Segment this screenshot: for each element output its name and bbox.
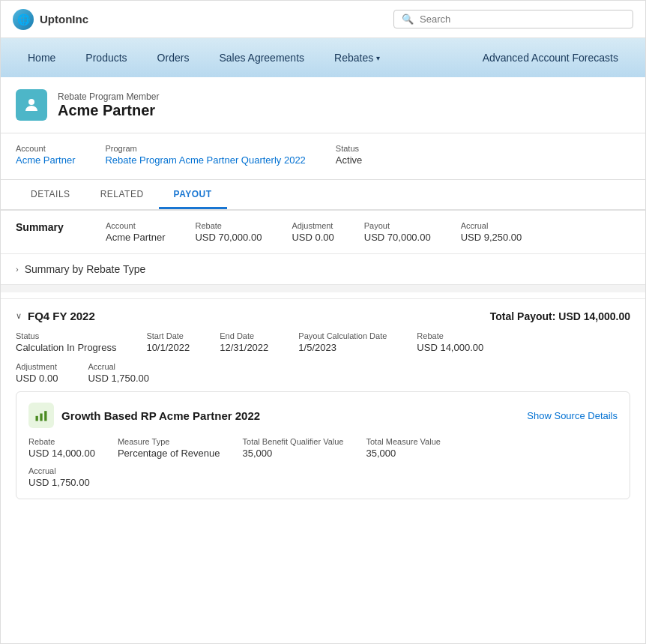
summary-label: Summary [16, 221, 76, 233]
top-bar: 🌐 UptonInc 🔍 [1, 1, 645, 38]
accrual-col-header: Accrual [461, 221, 522, 230]
tab-payout[interactable]: PAYOUT [159, 180, 227, 209]
period-adjustment-label: Adjustment [16, 362, 58, 371]
rebate-col-value: USD 70,000.00 [195, 232, 262, 243]
summary-by-rebate-chevron: › [16, 265, 19, 274]
adjustment-col-header: Adjustment [292, 221, 333, 230]
growth-card-title-row: Growth Based RP Acme Partner 2022 [28, 403, 260, 428]
account-summary-col: Account Acme Partner [106, 221, 165, 243]
summary-row: Summary Account Acme Partner Rebate USD … [16, 221, 630, 243]
growth-total-benefit-label: Total Benefit Qualifier Value [243, 437, 344, 446]
payout-col-value: USD 70,000.00 [364, 232, 431, 243]
logo: 🌐 UptonInc [13, 9, 88, 30]
period-accrual-value: USD 1,750.00 [88, 373, 149, 384]
period-end-date-value: 12/31/2022 [220, 342, 268, 353]
period-status-field: Status Calculation In Progress [16, 331, 116, 353]
accrual-col-value: USD 9,250.00 [461, 232, 522, 243]
growth-total-measure-field: Total Measure Value 35,000 [366, 437, 440, 459]
period-total-payout: Total Payout: USD 14,000.00 [490, 310, 630, 322]
growth-rebate-label: Rebate [28, 437, 95, 446]
growth-measure-type-label: Measure Type [118, 437, 220, 446]
period-accrual-label: Accrual [88, 362, 149, 371]
search-icon: 🔍 [402, 13, 414, 25]
account-field: Account Acme Partner [16, 144, 75, 166]
period-status-value: Calculation In Progress [16, 342, 116, 353]
app-name: UptonInc [40, 13, 88, 25]
growth-card-header: Growth Based RP Acme Partner 2022 Show S… [28, 403, 618, 428]
summary-by-rebate-label: Summary by Rebate Type [25, 263, 146, 275]
period-payout-calc-value: 1/5/2023 [298, 342, 387, 353]
summary-by-rebate-type[interactable]: › Summary by Rebate Type [1, 254, 645, 285]
info-row: Account Acme Partner Program Rebate Prog… [1, 133, 645, 180]
rebate-summary-col: Rebate USD 70,000.00 [195, 221, 262, 243]
period-start-date-value: 10/1/2022 [146, 342, 190, 353]
period-payout-calc-field: Payout Calculation Date 1/5/2023 [298, 331, 387, 353]
growth-accrual-row: Accrual USD 1,750.00 [28, 466, 618, 488]
status-field: Status Active [336, 144, 362, 166]
chevron-down-icon: ▾ [376, 54, 380, 62]
period-chevron[interactable]: ∨ [16, 311, 22, 321]
tab-details[interactable]: DETAILS [16, 180, 85, 209]
tabs-row: DETAILS RELATED PAYOUT [1, 180, 645, 211]
growth-total-benefit-value: 35,000 [243, 448, 344, 459]
spacer [1, 285, 645, 292]
growth-rebate-field: Rebate USD 14,000.00 [28, 437, 95, 459]
search-bar[interactable]: 🔍 [393, 10, 633, 28]
svg-rect-1 [36, 416, 38, 421]
summary-section: Summary Account Acme Partner Rebate USD … [1, 211, 645, 254]
period-header: ∨ FQ4 FY 2022 Total Payout: USD 14,000.0… [16, 310, 630, 322]
account-col-header: Account [106, 221, 165, 230]
status-label: Status [336, 144, 362, 153]
status-value: Active [336, 154, 362, 166]
record-icon [16, 89, 47, 121]
growth-accrual-field: Accrual USD 1,750.00 [28, 466, 618, 488]
nav-rebates[interactable]: Rebates ▾ [319, 38, 395, 77]
tab-related[interactable]: RELATED [85, 180, 159, 209]
nav-sales-agreements[interactable]: Sales Agreements [204, 38, 319, 77]
period-title-row: ∨ FQ4 FY 2022 [16, 310, 95, 322]
svg-rect-2 [40, 414, 42, 421]
account-label: Account [16, 144, 75, 153]
growth-measure-type-value: Percentage of Revenue [118, 448, 220, 459]
period-status-label: Status [16, 331, 116, 340]
nav-bar: Home Products Orders Sales Agreements Re… [1, 38, 645, 77]
period-end-date-label: End Date [220, 331, 268, 340]
growth-total-measure-value: 35,000 [366, 448, 440, 459]
period-rebate-label: Rebate [417, 331, 483, 340]
payout-content: Summary Account Acme Partner Rebate USD … [1, 211, 645, 510]
growth-accrual-value: USD 1,750.00 [28, 477, 618, 488]
period-name: FQ4 FY 2022 [28, 310, 95, 322]
adjustment-summary-col: Adjustment USD 0.00 [292, 221, 333, 243]
svg-rect-3 [44, 411, 46, 421]
account-col-value: Acme Partner [106, 232, 165, 243]
period-adjustment-value: USD 0.00 [16, 373, 58, 384]
nav-orders[interactable]: Orders [142, 38, 205, 77]
growth-total-benefit-field: Total Benefit Qualifier Value 35,000 [243, 437, 344, 459]
record-subtitle: Rebate Program Member [58, 91, 159, 102]
period-end-date-field: End Date 12/31/2022 [220, 331, 268, 353]
accrual-summary-col: Accrual USD 9,250.00 [461, 221, 522, 243]
globe-icon: 🌐 [13, 9, 34, 30]
period-details: Status Calculation In Progress Start Dat… [16, 331, 630, 353]
nav-products[interactable]: Products [70, 38, 142, 77]
rebate-col-header: Rebate [195, 221, 262, 230]
program-field: Program Rebate Program Acme Partner Quar… [105, 144, 305, 166]
payout-col-header: Payout [364, 221, 431, 230]
nav-advanced-account-forecasts[interactable]: Advanced Account Forecasts [468, 38, 633, 77]
period-rebate-field: Rebate USD 14,000.00 [417, 331, 483, 353]
show-source-details-button[interactable]: Show Source Details [527, 410, 618, 421]
period-accrual-field: Accrual USD 1,750.00 [88, 362, 149, 384]
search-input[interactable] [420, 13, 625, 25]
growth-rebate-value: USD 14,000.00 [28, 448, 95, 459]
account-link[interactable]: Acme Partner [16, 154, 75, 166]
period-adj-accrual-row: Adjustment USD 0.00 Accrual USD 1,750.00 [16, 362, 630, 384]
program-link[interactable]: Rebate Program Acme Partner Quarterly 20… [105, 154, 305, 166]
growth-card: Growth Based RP Acme Partner 2022 Show S… [16, 391, 630, 499]
record-title: Acme Partner [58, 102, 159, 119]
growth-card-title: Growth Based RP Acme Partner 2022 [61, 409, 260, 422]
growth-details: Rebate USD 14,000.00 Measure Type Percen… [28, 437, 618, 459]
period-start-date-field: Start Date 10/1/2022 [146, 331, 190, 353]
nav-home[interactable]: Home [13, 38, 70, 77]
payout-summary-col: Payout USD 70,000.00 [364, 221, 431, 243]
period-adjustment-field: Adjustment USD 0.00 [16, 362, 58, 384]
